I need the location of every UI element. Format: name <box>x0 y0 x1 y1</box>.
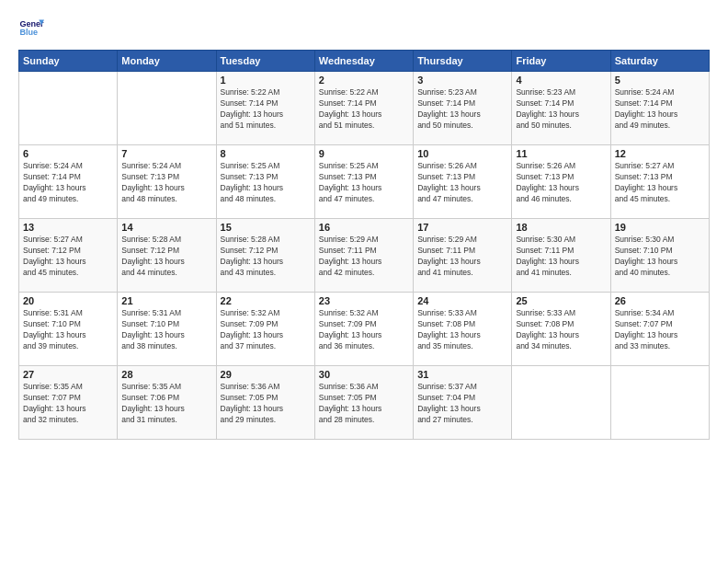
day-number: 2 <box>319 75 409 86</box>
day-cell: 7Sunrise: 5:24 AM Sunset: 7:13 PM Daylig… <box>118 145 216 219</box>
day-info: Sunrise: 5:27 AM Sunset: 7:13 PM Dayligh… <box>615 161 705 205</box>
day-cell: 30Sunrise: 5:36 AM Sunset: 7:05 PM Dayli… <box>314 366 413 440</box>
day-cell: 24Sunrise: 5:33 AM Sunset: 7:08 PM Dayli… <box>414 293 512 366</box>
day-number: 14 <box>121 222 211 233</box>
day-info: Sunrise: 5:30 AM Sunset: 7:11 PM Dayligh… <box>516 235 606 279</box>
day-cell <box>118 72 216 145</box>
day-info: Sunrise: 5:22 AM Sunset: 7:14 PM Dayligh… <box>319 87 409 132</box>
day-info: Sunrise: 5:32 AM Sunset: 7:09 PM Dayligh… <box>221 308 311 352</box>
col-header-thursday: Thursday <box>414 51 512 72</box>
day-number: 15 <box>221 222 311 233</box>
day-cell: 20Sunrise: 5:31 AM Sunset: 7:10 PM Dayli… <box>19 293 118 366</box>
svg-text:Blue: Blue <box>19 28 38 37</box>
day-number: 10 <box>417 148 507 159</box>
day-number: 19 <box>615 222 705 233</box>
day-cell: 19Sunrise: 5:30 AM Sunset: 7:10 PM Dayli… <box>610 219 709 293</box>
day-cell: 9Sunrise: 5:25 AM Sunset: 7:13 PM Daylig… <box>314 145 413 219</box>
col-header-tuesday: Tuesday <box>216 51 314 72</box>
day-info: Sunrise: 5:37 AM Sunset: 7:04 PM Dayligh… <box>417 382 507 426</box>
day-number: 7 <box>121 148 211 159</box>
day-cell: 15Sunrise: 5:28 AM Sunset: 7:12 PM Dayli… <box>216 219 314 293</box>
col-header-sunday: Sunday <box>19 51 118 72</box>
day-number: 25 <box>516 295 606 306</box>
day-number: 28 <box>121 369 211 380</box>
day-number: 5 <box>615 75 705 86</box>
day-info: Sunrise: 5:28 AM Sunset: 7:12 PM Dayligh… <box>221 235 311 279</box>
day-info: Sunrise: 5:27 AM Sunset: 7:12 PM Dayligh… <box>23 235 113 279</box>
day-info: Sunrise: 5:36 AM Sunset: 7:05 PM Dayligh… <box>221 382 311 426</box>
calendar-table: SundayMondayTuesdayWednesdayThursdayFrid… <box>18 50 710 440</box>
day-cell: 26Sunrise: 5:34 AM Sunset: 7:07 PM Dayli… <box>610 293 709 366</box>
day-cell: 17Sunrise: 5:29 AM Sunset: 7:11 PM Dayli… <box>414 219 512 293</box>
day-number: 12 <box>615 148 705 159</box>
day-number: 23 <box>319 295 409 306</box>
day-cell <box>512 366 610 440</box>
day-number: 20 <box>23 295 113 306</box>
day-info: Sunrise: 5:24 AM Sunset: 7:13 PM Dayligh… <box>121 161 211 205</box>
day-info: Sunrise: 5:26 AM Sunset: 7:13 PM Dayligh… <box>516 161 606 205</box>
day-cell: 13Sunrise: 5:27 AM Sunset: 7:12 PM Dayli… <box>19 219 118 293</box>
col-header-monday: Monday <box>118 51 216 72</box>
day-info: Sunrise: 5:25 AM Sunset: 7:13 PM Dayligh… <box>319 161 409 205</box>
day-cell: 14Sunrise: 5:28 AM Sunset: 7:12 PM Dayli… <box>118 219 216 293</box>
day-number: 8 <box>221 148 311 159</box>
week-row-4: 20Sunrise: 5:31 AM Sunset: 7:10 PM Dayli… <box>19 293 710 366</box>
week-row-2: 6Sunrise: 5:24 AM Sunset: 7:14 PM Daylig… <box>19 145 710 219</box>
day-info: Sunrise: 5:23 AM Sunset: 7:14 PM Dayligh… <box>516 87 606 132</box>
day-cell: 10Sunrise: 5:26 AM Sunset: 7:13 PM Dayli… <box>414 145 512 219</box>
day-cell <box>610 366 709 440</box>
day-cell: 25Sunrise: 5:33 AM Sunset: 7:08 PM Dayli… <box>512 293 610 366</box>
day-info: Sunrise: 5:22 AM Sunset: 7:14 PM Dayligh… <box>221 87 311 132</box>
day-info: Sunrise: 5:31 AM Sunset: 7:10 PM Dayligh… <box>23 308 113 352</box>
day-number: 17 <box>417 222 507 233</box>
day-cell: 2Sunrise: 5:22 AM Sunset: 7:14 PM Daylig… <box>314 72 413 145</box>
day-cell <box>19 72 118 145</box>
day-number: 30 <box>319 369 409 380</box>
day-number: 3 <box>417 75 507 86</box>
day-cell: 28Sunrise: 5:35 AM Sunset: 7:06 PM Dayli… <box>118 366 216 440</box>
day-info: Sunrise: 5:28 AM Sunset: 7:12 PM Dayligh… <box>121 235 211 279</box>
day-info: Sunrise: 5:34 AM Sunset: 7:07 PM Dayligh… <box>615 308 705 352</box>
day-cell: 1Sunrise: 5:22 AM Sunset: 7:14 PM Daylig… <box>216 72 314 145</box>
day-info: Sunrise: 5:26 AM Sunset: 7:13 PM Dayligh… <box>417 161 507 205</box>
col-header-saturday: Saturday <box>610 51 709 72</box>
day-cell: 23Sunrise: 5:32 AM Sunset: 7:09 PM Dayli… <box>314 293 413 366</box>
day-cell: 27Sunrise: 5:35 AM Sunset: 7:07 PM Dayli… <box>19 366 118 440</box>
day-number: 22 <box>221 295 311 306</box>
day-info: Sunrise: 5:29 AM Sunset: 7:11 PM Dayligh… <box>319 235 409 279</box>
day-number: 26 <box>615 295 705 306</box>
day-cell: 3Sunrise: 5:23 AM Sunset: 7:14 PM Daylig… <box>414 72 512 145</box>
day-info: Sunrise: 5:25 AM Sunset: 7:13 PM Dayligh… <box>221 161 311 205</box>
day-cell: 21Sunrise: 5:31 AM Sunset: 7:10 PM Dayli… <box>118 293 216 366</box>
day-number: 29 <box>221 369 311 380</box>
day-number: 21 <box>121 295 211 306</box>
logo: General Blue <box>18 15 44 40</box>
day-cell: 18Sunrise: 5:30 AM Sunset: 7:11 PM Dayli… <box>512 219 610 293</box>
day-info: Sunrise: 5:23 AM Sunset: 7:14 PM Dayligh… <box>417 87 507 132</box>
day-number: 24 <box>417 295 507 306</box>
day-number: 4 <box>516 75 606 86</box>
day-cell: 11Sunrise: 5:26 AM Sunset: 7:13 PM Dayli… <box>512 145 610 219</box>
day-info: Sunrise: 5:35 AM Sunset: 7:06 PM Dayligh… <box>121 382 211 426</box>
day-number: 11 <box>516 148 606 159</box>
calendar-page: General Blue SundayMondayTuesdayWednesda… <box>0 0 728 563</box>
day-number: 18 <box>516 222 606 233</box>
day-number: 6 <box>23 148 113 159</box>
day-number: 31 <box>417 369 507 380</box>
day-info: Sunrise: 5:24 AM Sunset: 7:14 PM Dayligh… <box>615 87 705 132</box>
week-row-3: 13Sunrise: 5:27 AM Sunset: 7:12 PM Dayli… <box>19 219 710 293</box>
day-info: Sunrise: 5:33 AM Sunset: 7:08 PM Dayligh… <box>417 308 507 352</box>
day-cell: 5Sunrise: 5:24 AM Sunset: 7:14 PM Daylig… <box>610 72 709 145</box>
logo-icon: General Blue <box>18 15 44 40</box>
day-info: Sunrise: 5:30 AM Sunset: 7:10 PM Dayligh… <box>615 235 705 279</box>
day-info: Sunrise: 5:33 AM Sunset: 7:08 PM Dayligh… <box>516 308 606 352</box>
week-row-1: 1Sunrise: 5:22 AM Sunset: 7:14 PM Daylig… <box>19 72 710 145</box>
day-cell: 12Sunrise: 5:27 AM Sunset: 7:13 PM Dayli… <box>610 145 709 219</box>
day-number: 16 <box>319 222 409 233</box>
day-cell: 4Sunrise: 5:23 AM Sunset: 7:14 PM Daylig… <box>512 72 610 145</box>
day-info: Sunrise: 5:29 AM Sunset: 7:11 PM Dayligh… <box>417 235 507 279</box>
col-header-wednesday: Wednesday <box>314 51 413 72</box>
day-number: 13 <box>23 222 113 233</box>
day-cell: 8Sunrise: 5:25 AM Sunset: 7:13 PM Daylig… <box>216 145 314 219</box>
day-cell: 16Sunrise: 5:29 AM Sunset: 7:11 PM Dayli… <box>314 219 413 293</box>
